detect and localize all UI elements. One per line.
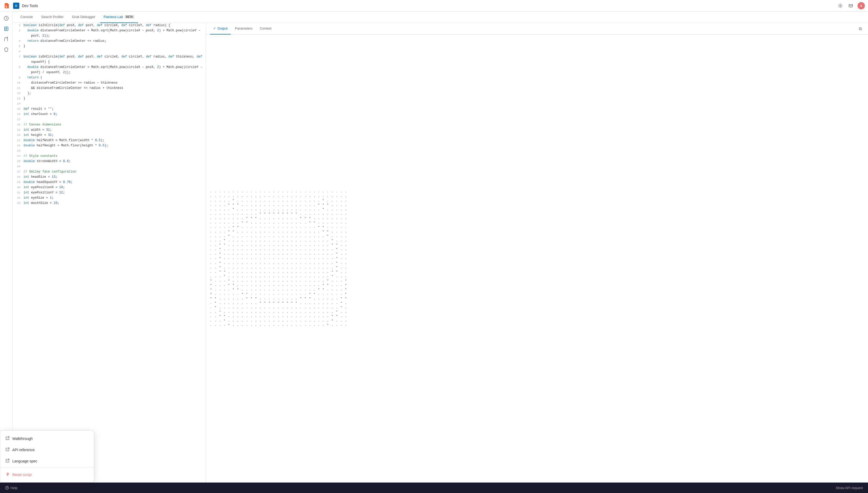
output-tab-parameters[interactable]: Parameters [232,23,255,35]
external-link-icon-2 [5,447,10,452]
code-line: 27 // Smiley face configuration [13,169,206,175]
app-logo[interactable] [3,2,10,9]
code-line: 14 [13,102,206,107]
code-line: 32 int eyeSize = 1; [13,195,206,201]
editor-output: 2 boolean isInCircle(def posX, def posY,… [13,23,868,483]
output-content: . . . . . . . . . . . . . . . . . . . . … [206,35,868,483]
code-line: 20 int height = 31; [13,133,206,138]
popup-item-language-spec[interactable]: Language spec [0,455,94,467]
code-line: 22 double halfHeight = Math.floor(height… [13,143,206,148]
code-line: 2 boolean isInCircle(def posX, def posY,… [13,23,206,28]
code-line: 8 double distanceFromCircleCenter = Math… [13,65,206,70]
code-line: 29 double headSquashY = 0.78; [13,180,206,185]
lightning-icon [5,472,10,477]
sidebar-item-shield[interactable] [2,45,11,55]
external-link-icon [5,436,10,441]
walkthrough-label: Walkthrough [12,436,33,441]
code-line: 18 // Canvas dimensions [13,122,206,128]
code-line: 17 [13,117,206,122]
reset-script-label: Reset script [12,473,31,477]
api-reference-label: API reference [12,448,35,452]
code-line: 28 int headSize = 13; [13,175,206,180]
beta-badge: BETA [125,15,134,19]
check-icon: ✓ [213,26,216,30]
output-panel: ✓ Output Parameters Context ⧉ . . . . . … [206,23,868,483]
tab-bar: Console Search Profiler Grok Debugger Pa… [13,12,868,23]
external-link-icon-3 [5,458,10,464]
settings-icon[interactable] [837,2,844,9]
bottom-bar: Help Show API request [0,483,868,493]
popup-item-walkthrough[interactable]: Walkthrough [0,433,94,444]
tab-painless-lab[interactable]: Painless Lab BETA [100,12,138,23]
code-line: 3 double distanceFromCircleCenter = Math… [13,28,206,34]
svg-point-0 [840,5,841,6]
code-line: 12 ); [13,91,206,96]
top-bar-icons: e [837,2,865,9]
dot-grid: . . . . . . . . . . . . . . . . . . . . … [210,190,347,327]
output-tab-context[interactable]: Context [257,23,275,35]
popup-divider [0,468,94,468]
svg-point-6 [7,489,7,489]
code-line: 5 } [13,44,206,49]
sidebar-item-editor[interactable] [2,24,11,34]
svg-rect-1 [849,4,852,7]
popup-menu: Walkthrough API reference Language spec … [0,430,94,483]
code-line: 10 distanceFromCircleCenter >= radius – … [13,81,206,86]
show-api-request-button[interactable]: Show API request [836,486,863,490]
help-label: Help [10,486,18,490]
top-bar: D Dev Tools e [0,0,868,12]
code-line: 4 return distanceFromCircleCenter <= rad… [13,39,206,44]
tab-grok-debugger[interactable]: Grok Debugger [68,12,99,23]
code-line: 9 return ( [13,75,206,81]
code-line: 15 def result = ''; [13,107,206,112]
code-line: 16 int charCount = 0; [13,112,206,117]
code-line: squashY) { [13,60,206,65]
code-line: 21 double halfWidth = Math.floor(width *… [13,138,206,143]
mail-icon[interactable] [847,2,854,9]
popup-item-api-reference[interactable]: API reference [0,444,94,455]
output-tab-output[interactable]: ✓ Output [210,23,231,35]
code-line: 23 [13,148,206,154]
code-line: 26 [13,164,206,169]
code-line: 25 double strokeWidth = 0.6; [13,159,206,164]
code-editor[interactable]: 2 boolean isInCircle(def posX, def posY,… [13,23,206,483]
sidebar-item-history[interactable] [2,14,11,23]
help-button[interactable]: Help [5,486,18,490]
copy-icon[interactable]: ⧉ [859,26,862,31]
tab-search-profiler[interactable]: Search Profiler [38,12,67,23]
user-avatar[interactable]: e [858,2,865,9]
output-tabs: ✓ Output Parameters Context ⧉ [206,23,868,35]
code-line: posY) / squashY, 2)); [13,70,206,75]
code-line: 33 int mouthSize = 15; [13,201,206,206]
code-line: 6 [13,49,206,55]
code-line: 7 boolean isOnCircle(def posX, def posY,… [13,55,206,60]
content-area: Console Search Profiler Grok Debugger Pa… [13,12,868,483]
code-line: 13 } [13,96,206,102]
breadcrumb-title: Dev Tools [22,4,38,8]
main-layout: Console Search Profiler Grok Debugger Pa… [0,12,868,483]
code-line: 30 int eyePositionX = 10; [13,185,206,190]
code-line: 11 && distanceFromCircleCenter <= radius… [13,86,206,91]
breadcrumb-avatar: D [13,3,19,9]
code-line: posY, 2)); [13,34,206,39]
sidebar-item-chart[interactable] [2,35,11,44]
sidebar [0,12,13,483]
code-line: 19 int width = 31; [13,128,206,133]
popup-item-reset-script[interactable]: Reset script [0,469,94,480]
language-spec-label: Language spec [12,459,37,463]
tab-console[interactable]: Console [17,12,37,23]
code-line: 24 // Style constants [13,154,206,159]
code-line: 31 int eyePositionY = 12; [13,190,206,195]
